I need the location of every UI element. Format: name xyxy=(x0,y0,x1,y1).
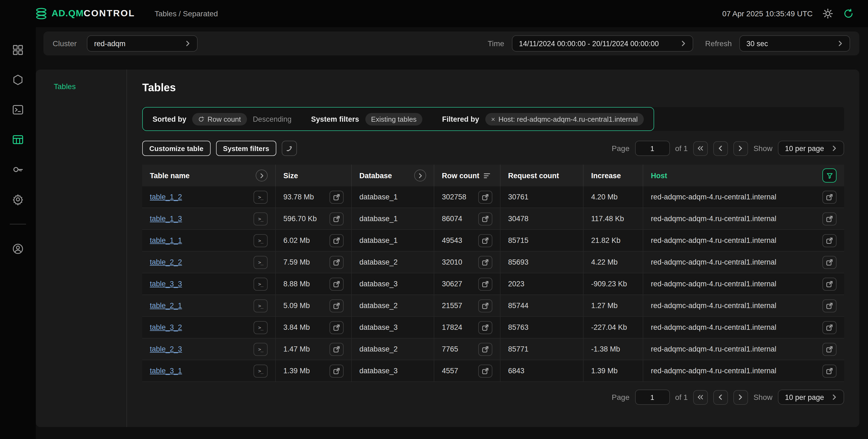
open-chart-button[interactable] xyxy=(478,364,492,377)
open-chart-button[interactable] xyxy=(330,277,344,290)
open-host-button[interactable] xyxy=(823,191,837,203)
open-chart-button[interactable] xyxy=(330,343,344,356)
open-console-button[interactable]: >_ xyxy=(253,343,268,356)
per-page-select[interactable]: 10 per page xyxy=(778,141,844,156)
host-filter-button[interactable] xyxy=(823,169,837,182)
pagination-top: Page of 1 Show xyxy=(612,141,844,156)
page-input-bottom[interactable] xyxy=(635,389,670,405)
cluster-select[interactable]: red-adqm xyxy=(87,35,198,52)
sidebar-item-tables-link[interactable]: Tables xyxy=(54,82,126,91)
database-value: database_2 xyxy=(359,258,398,266)
reset-view-button[interactable] xyxy=(282,141,297,156)
next-page-button[interactable] xyxy=(733,141,748,156)
open-chart-button[interactable] xyxy=(330,256,344,269)
open-console-button[interactable]: >_ xyxy=(253,256,268,269)
open-chart-button[interactable] xyxy=(478,256,492,269)
close-icon[interactable]: × xyxy=(491,115,495,123)
open-host-button[interactable] xyxy=(823,299,837,312)
terminal-small-icon: >_ xyxy=(258,281,263,287)
open-chart-button[interactable] xyxy=(330,234,344,247)
open-console-button[interactable]: >_ xyxy=(253,191,268,203)
open-chart-button[interactable] xyxy=(478,212,492,225)
table-link[interactable]: table_3_2 xyxy=(150,323,182,331)
sidebar-item-cluster[interactable] xyxy=(11,74,24,86)
per-page-select-bottom[interactable]: 10 per page xyxy=(778,389,844,405)
open-chart-button[interactable] xyxy=(330,212,344,225)
table-link[interactable]: table_1_1 xyxy=(150,236,182,244)
table-name-expand-button[interactable] xyxy=(256,170,268,181)
cell-size: 93.78 Mb xyxy=(276,186,352,208)
table-link[interactable]: table_1_3 xyxy=(150,214,182,223)
table-link[interactable]: table_2_3 xyxy=(150,345,182,353)
open-chart-button[interactable] xyxy=(478,234,492,247)
cell-request-count: 85763 xyxy=(500,317,584,338)
open-chart-button[interactable] xyxy=(478,321,492,334)
database-expand-button[interactable] xyxy=(414,170,426,181)
col-header-row-count[interactable]: Row count xyxy=(434,165,500,186)
cell-increase: 21.82 Kb xyxy=(584,230,643,251)
prev-page-button[interactable] xyxy=(713,141,728,156)
page-input[interactable] xyxy=(635,141,670,156)
col-header-size: Size xyxy=(276,165,352,186)
host-filter-pill[interactable]: × Host: red-adqmc-adqm-4.ru-central1.int… xyxy=(485,113,644,125)
open-chart-button[interactable] xyxy=(330,321,344,334)
open-chart-button[interactable] xyxy=(478,343,492,356)
table-link[interactable]: table_1_2 xyxy=(150,193,182,201)
open-host-button[interactable] xyxy=(823,343,837,356)
table-link[interactable]: table_2_1 xyxy=(150,301,182,310)
sidebar-item-access[interactable] xyxy=(11,163,24,176)
table-link[interactable]: table_3_1 xyxy=(150,367,182,375)
col-label-table-name: Table name xyxy=(150,171,190,180)
open-chart-button[interactable] xyxy=(330,191,344,203)
sidebar-item-dashboard[interactable] xyxy=(11,43,24,57)
table-link[interactable]: table_3_3 xyxy=(150,280,182,288)
sun-icon[interactable] xyxy=(823,8,833,19)
time-range-select[interactable]: 14/11/2024 00:00:00 - 20/11/2024 00:00:0… xyxy=(512,35,693,52)
chevron-right-icon xyxy=(681,41,686,46)
refresh-select[interactable]: 30 sec xyxy=(739,35,850,52)
open-console-button[interactable]: >_ xyxy=(253,299,268,312)
cell-size: 1.47 Mb xyxy=(276,339,352,360)
system-filters-button[interactable]: System filters xyxy=(216,141,276,156)
logo[interactable]: AD.QMCONTROL xyxy=(35,7,135,20)
open-host-button[interactable] xyxy=(823,256,837,269)
prev-page-button[interactable] xyxy=(713,390,728,405)
sidebar-item-account[interactable] xyxy=(11,242,24,255)
cell-table-name: table_2_3 >_ xyxy=(142,339,276,360)
open-host-button[interactable] xyxy=(823,277,837,290)
first-page-button[interactable] xyxy=(693,390,708,405)
cell-size: 7.59 Mb xyxy=(276,252,352,273)
open-console-button[interactable]: >_ xyxy=(253,234,268,247)
open-chart-button[interactable] xyxy=(478,299,492,312)
layout-body: Cluster red-adqm Time 14/11/2024 00:00:0… xyxy=(0,27,868,439)
open-chart-button[interactable] xyxy=(330,364,344,377)
open-console-button[interactable]: >_ xyxy=(253,321,268,334)
table-row: table_2_2 >_ 7.59 Mb database_2 32010 85… xyxy=(142,252,844,273)
open-host-button[interactable] xyxy=(823,212,837,225)
open-chart-button[interactable] xyxy=(478,191,492,203)
sort-pill[interactable]: Row count xyxy=(192,113,247,125)
sidebar-item-console[interactable] xyxy=(11,103,24,116)
open-chart-button[interactable] xyxy=(330,299,344,312)
open-host-button[interactable] xyxy=(823,364,837,377)
sidebar-item-settings[interactable] xyxy=(11,193,24,206)
increase-value: 117.48 Kb xyxy=(591,214,624,223)
first-page-button[interactable] xyxy=(693,141,708,156)
external-link-icon xyxy=(482,302,489,309)
open-console-button[interactable]: >_ xyxy=(253,364,268,377)
key-icon xyxy=(12,164,24,175)
breadcrumb[interactable]: Tables / Separated xyxy=(154,9,218,18)
open-chart-button[interactable] xyxy=(478,277,492,290)
system-filter-pill[interactable]: Existing tables xyxy=(365,113,423,125)
open-console-button[interactable]: >_ xyxy=(253,212,268,225)
open-host-button[interactable] xyxy=(823,321,837,334)
next-page-button[interactable] xyxy=(733,390,748,405)
external-link-icon xyxy=(482,194,489,200)
sidebar-item-tables[interactable] xyxy=(11,133,24,146)
open-host-button[interactable] xyxy=(823,234,837,247)
increase-value: 21.82 Kb xyxy=(591,236,620,244)
history-icon[interactable] xyxy=(843,8,854,19)
table-link[interactable]: table_2_2 xyxy=(150,258,182,266)
customize-table-button[interactable]: Customize table xyxy=(142,141,210,156)
open-console-button[interactable]: >_ xyxy=(253,277,268,290)
